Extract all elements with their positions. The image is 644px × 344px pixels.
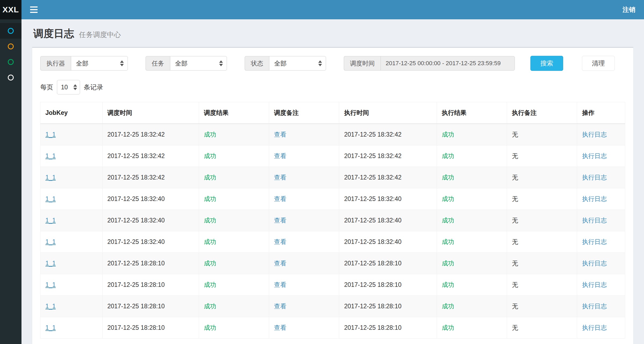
exec-remark-cell: 无 xyxy=(507,317,577,339)
table-row: 1_12017-12-25 18:32:42成功查看2017-12-25 18:… xyxy=(41,124,625,145)
jobkey-link[interactable]: 1_1 xyxy=(45,260,56,267)
app-logo[interactable]: XXL xyxy=(0,0,21,19)
view-remark-link[interactable]: 查看 xyxy=(274,324,286,331)
exec-log-link[interactable]: 执行日志 xyxy=(582,152,607,159)
jobkey-link-cell: 1_1 xyxy=(41,274,103,296)
dispatch-result-cell: 成功 xyxy=(199,188,269,210)
view-remark-link-cell: 查看 xyxy=(269,188,339,210)
select-arrows-icon xyxy=(219,60,223,66)
jobkey-link[interactable]: 1_1 xyxy=(45,324,56,331)
view-remark-link[interactable]: 查看 xyxy=(274,131,286,138)
view-remark-link[interactable]: 查看 xyxy=(274,217,286,224)
status-select-value: 全部 xyxy=(274,59,287,68)
view-remark-link[interactable]: 查看 xyxy=(274,281,286,288)
page-size-select[interactable]: 10 xyxy=(57,80,80,94)
jobkey-link[interactable]: 1_1 xyxy=(45,238,56,245)
jobkey-link-cell: 1_1 xyxy=(41,167,103,188)
dispatch-time: 2017-12-25 18:32:42 xyxy=(107,174,165,181)
sidebar-toggle-icon[interactable] xyxy=(30,6,38,13)
sidebar-item-2[interactable] xyxy=(0,39,21,54)
dispatch-time: 2017-12-25 18:28:10 xyxy=(107,260,165,267)
jobkey-link[interactable]: 1_1 xyxy=(45,281,56,288)
exec-remark: 无 xyxy=(512,324,518,331)
jobkey-link-cell: 1_1 xyxy=(41,145,103,167)
jobkey-link[interactable]: 1_1 xyxy=(45,217,56,224)
exec-log-link[interactable]: 执行日志 xyxy=(582,131,607,138)
dispatch-time: 2017-12-25 18:32:40 xyxy=(107,217,165,224)
dispatch-result: 成功 xyxy=(204,281,216,288)
col-exec-remark: 执行备注 xyxy=(507,102,577,124)
exec-time: 2017-12-25 18:32:42 xyxy=(344,152,401,159)
filter-row: 执行器 全部 任务 全部 状态 全部 xyxy=(40,56,625,71)
view-remark-link[interactable]: 查看 xyxy=(274,260,286,267)
exec-time: 2017-12-25 18:32:40 xyxy=(344,217,401,224)
logout-link[interactable]: 注销 xyxy=(623,5,635,14)
executor-select-value: 全部 xyxy=(76,59,88,68)
jobkey-link[interactable]: 1_1 xyxy=(45,131,56,138)
dispatch-time-cell: 2017-12-25 18:28:10 xyxy=(102,274,199,296)
jobkey-link[interactable]: 1_1 xyxy=(45,195,56,202)
exec-result: 成功 xyxy=(442,324,454,331)
exec-result-cell: 成功 xyxy=(437,253,507,274)
jobkey-link-cell: 1_1 xyxy=(41,210,103,231)
exec-log-link[interactable]: 执行日志 xyxy=(582,217,607,224)
exec-log-link[interactable]: 执行日志 xyxy=(582,324,607,331)
dispatch-time-cell: 2017-12-25 18:32:42 xyxy=(102,145,199,167)
col-jobkey: JobKey xyxy=(41,102,103,124)
dispatch-result-cell: 成功 xyxy=(199,167,269,188)
exec-remark-cell: 无 xyxy=(507,210,577,231)
exec-log-link-cell: 执行日志 xyxy=(577,145,625,167)
status-filter-group: 状态 全部 xyxy=(245,56,326,71)
exec-log-link[interactable]: 执行日志 xyxy=(582,281,607,288)
jobkey-link[interactable]: 1_1 xyxy=(45,174,56,181)
exec-log-link[interactable]: 执行日志 xyxy=(582,303,607,310)
table-row: 1_12017-12-25 18:28:10成功查看2017-12-25 18:… xyxy=(41,317,625,339)
view-remark-link-cell: 查看 xyxy=(269,167,339,188)
circle-icon xyxy=(8,75,14,80)
view-remark-link[interactable]: 查看 xyxy=(274,152,286,159)
exec-result-cell: 成功 xyxy=(437,210,507,231)
search-button[interactable]: 搜索 xyxy=(530,56,563,71)
status-select[interactable]: 全部 xyxy=(269,56,326,71)
dispatch-result: 成功 xyxy=(204,174,216,181)
exec-log-link[interactable]: 执行日志 xyxy=(582,195,607,202)
top-navbar: XXL 注销 xyxy=(0,0,644,19)
view-remark-link[interactable]: 查看 xyxy=(274,195,286,202)
view-remark-link[interactable]: 查看 xyxy=(274,303,286,310)
col-dispatch-time: 调度时间 xyxy=(102,102,199,124)
col-exec-time: 执行时间 xyxy=(339,102,437,124)
circle-icon xyxy=(8,59,14,65)
page-title: 调度日志 xyxy=(33,28,74,39)
dispatch-time: 2017-12-25 18:32:42 xyxy=(107,152,165,159)
exec-result: 成功 xyxy=(442,281,454,288)
exec-time-cell: 2017-12-25 18:32:40 xyxy=(339,188,437,210)
exec-log-link-cell: 执行日志 xyxy=(577,210,625,231)
jobkey-link[interactable]: 1_1 xyxy=(45,152,56,159)
exec-log-link[interactable]: 执行日志 xyxy=(582,260,607,267)
view-remark-link-cell: 查看 xyxy=(269,274,339,296)
sidebar-item-3[interactable] xyxy=(0,54,21,70)
exec-time-cell: 2017-12-25 18:28:10 xyxy=(339,317,437,339)
view-remark-link[interactable]: 查看 xyxy=(274,174,286,181)
sidebar-item-1[interactable] xyxy=(0,23,21,39)
clear-button[interactable]: 清理 xyxy=(582,56,615,71)
sidebar-item-4[interactable] xyxy=(0,70,21,85)
exec-remark: 无 xyxy=(512,131,518,138)
view-remark-link-cell: 查看 xyxy=(269,317,339,339)
executor-select[interactable]: 全部 xyxy=(71,56,128,71)
job-filter-group: 任务 全部 xyxy=(146,56,227,71)
dispatch-result: 成功 xyxy=(204,324,216,331)
exec-log-link[interactable]: 执行日志 xyxy=(582,174,607,181)
exec-log-link-cell: 执行日志 xyxy=(577,231,625,253)
job-select[interactable]: 全部 xyxy=(170,56,227,71)
sidebar xyxy=(0,19,21,344)
dispatch-result-cell: 成功 xyxy=(199,124,269,145)
view-remark-link[interactable]: 查看 xyxy=(274,238,286,245)
dispatch-time: 2017-12-25 18:28:10 xyxy=(107,303,165,310)
dispatch-result: 成功 xyxy=(204,152,216,159)
dispatch-time: 2017-12-25 18:32:40 xyxy=(107,238,165,245)
exec-log-link[interactable]: 执行日志 xyxy=(582,238,607,245)
exec-log-link-cell: 执行日志 xyxy=(577,274,625,296)
schedule-time-input[interactable] xyxy=(381,56,515,71)
jobkey-link[interactable]: 1_1 xyxy=(45,303,56,310)
